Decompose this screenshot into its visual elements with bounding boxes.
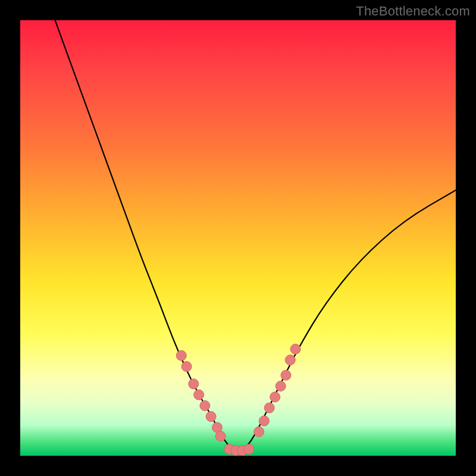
data-marker xyxy=(254,427,264,437)
data-marker xyxy=(290,344,300,354)
watermark-text: TheBottleneck.com xyxy=(356,4,470,19)
data-marker xyxy=(206,412,216,422)
data-marker xyxy=(281,370,291,380)
curve-markers xyxy=(176,344,300,456)
data-marker xyxy=(176,350,186,361)
data-marker xyxy=(189,379,199,389)
bottleneck-curve xyxy=(55,20,456,450)
data-marker xyxy=(259,416,269,426)
plot-area xyxy=(20,20,456,456)
data-marker xyxy=(194,390,204,400)
data-marker xyxy=(264,403,274,413)
data-marker xyxy=(200,400,210,411)
chart-frame: TheBottleneck.com xyxy=(0,0,476,476)
data-marker xyxy=(285,355,295,365)
data-marker xyxy=(215,431,226,441)
curve-svg xyxy=(20,20,456,456)
data-marker xyxy=(244,444,254,455)
data-marker xyxy=(181,361,192,371)
data-marker xyxy=(275,381,286,391)
data-marker xyxy=(270,392,280,402)
